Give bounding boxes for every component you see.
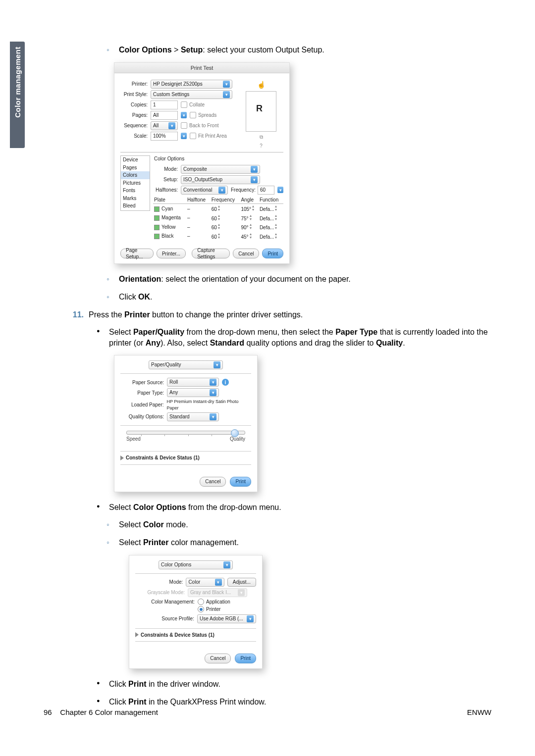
loaded-paper-value: HP Premium Instant-dry Satin Photo Paper xyxy=(167,399,251,410)
paper-type-select[interactable]: Any▾ xyxy=(167,388,219,397)
cancel-button[interactable]: Cancel xyxy=(200,477,226,487)
table-row[interactable]: Magenta–60▴▾75°▴▾Defa...▴▾ xyxy=(153,213,283,223)
stepper-icon[interactable]: ▾ xyxy=(181,112,187,118)
label: Frequency: xyxy=(231,187,255,194)
orientation-line: Orientation: select the orientation of y… xyxy=(107,274,490,285)
chevron-down-icon: ▾ xyxy=(223,561,230,568)
printer-select[interactable]: HP Designjet Z5200ps▾ xyxy=(151,80,232,89)
col-header: Halftone xyxy=(186,196,211,204)
label: Scale: xyxy=(120,133,148,140)
click-ok-line: Click OK. xyxy=(107,292,490,302)
page-footer: 96 Chapter 6 Color management ENWW xyxy=(44,708,491,716)
col-header: Plate xyxy=(153,196,186,204)
constraints-disclosure[interactable]: Constraints & Device Status (1) xyxy=(120,454,251,461)
step-11: 11. Press the Printer button to change t… xyxy=(67,309,490,320)
text: Setup xyxy=(181,46,203,54)
print-style-select[interactable]: Custom Settings▾ xyxy=(151,90,232,99)
preview-mode-icon[interactable]: ⧉ xyxy=(239,134,283,141)
preview-question-icon[interactable]: ? xyxy=(239,143,283,150)
page-setup-button[interactable]: Page Setup... xyxy=(120,249,154,258)
cancel-button[interactable]: Cancel xyxy=(205,654,231,663)
quality-slider[interactable] xyxy=(126,431,245,435)
click-print-driver-line: Click Print in the driver window. xyxy=(97,679,490,690)
label: Mode: xyxy=(153,166,178,173)
stepper-icon[interactable]: ▾ xyxy=(277,187,283,193)
spreads-checkbox[interactable]: Spreads xyxy=(190,112,216,119)
chevron-down-icon: ▾ xyxy=(210,389,216,396)
halftones-select[interactable]: Conventional▾ xyxy=(181,186,228,195)
panel-select[interactable]: Color Options▾ xyxy=(159,560,233,569)
cancel-button[interactable]: Cancel xyxy=(233,249,259,258)
chevron-down-icon: ▾ xyxy=(215,579,222,586)
setup-select[interactable]: ISO_OutputSetup▾ xyxy=(181,175,260,184)
fit-print-area-checkbox[interactable]: Fit Print Area xyxy=(190,133,227,140)
list-item[interactable]: Bleed xyxy=(121,202,150,210)
copies-input[interactable]: 1 xyxy=(151,101,178,109)
label: Halftones: xyxy=(153,187,178,194)
grayscale-mode-select: Gray and Black I...▾ xyxy=(188,588,247,597)
label: Sequence: xyxy=(120,122,148,129)
print-button[interactable]: Print xyxy=(230,477,251,487)
slider-knob[interactable] xyxy=(231,429,239,437)
cm-application-radio[interactable]: Application xyxy=(198,599,230,605)
info-icon[interactable]: i xyxy=(222,379,229,386)
page-number: 96 xyxy=(44,708,52,716)
chevron-down-icon: ▾ xyxy=(251,176,258,183)
list-item[interactable]: Marks xyxy=(121,195,150,202)
label: Source Profile: xyxy=(135,615,194,622)
panel-select[interactable]: Paper/Quality▾ xyxy=(149,360,223,369)
table-row[interactable]: Yellow–60▴▾90°▴▾Defa...▴▾ xyxy=(153,222,283,232)
frequency-input[interactable]: 60 xyxy=(258,186,274,195)
col-header: Angle xyxy=(240,196,258,204)
print-button[interactable]: Print xyxy=(262,249,283,258)
constraints-disclosure[interactable]: Constraints & Device Status (1) xyxy=(135,632,256,639)
page-content: Color Options > Setup: select your custo… xyxy=(67,45,490,714)
scale-input[interactable]: 100% xyxy=(151,132,178,141)
printer-button[interactable]: Printer... xyxy=(157,249,186,258)
dlg-paper-quality: Paper/Quality▾ Paper Source: Roll▾ i Pap… xyxy=(114,355,258,492)
label: Color Management: xyxy=(135,599,195,605)
table-row[interactable]: Black–60▴▾45°▴▾Defa...▴▾ xyxy=(153,232,283,241)
paper-source-select[interactable]: Roll▾ xyxy=(167,378,219,387)
adjust-button[interactable]: Adjust... xyxy=(227,578,256,587)
label: Printer: xyxy=(120,81,148,88)
select-color-mode-line: Select Color mode. xyxy=(107,519,490,530)
quality-select[interactable]: Standard▾ xyxy=(167,412,219,421)
back-to-front-checkbox[interactable]: Back to Front xyxy=(181,122,218,129)
chevron-down-icon: ▾ xyxy=(251,166,258,173)
click-print-quark-line: Click Print in the QuarkXPress Print win… xyxy=(97,697,490,707)
chevron-down-icon: ▾ xyxy=(210,413,216,420)
cm-printer-radio[interactable]: Printer xyxy=(198,606,230,613)
text: > xyxy=(172,46,181,54)
table-row[interactable]: Cyan–60▴▾105°▴▾Defa...▴▾ xyxy=(153,204,283,213)
triangle-right-icon xyxy=(135,632,139,637)
pages-input[interactable]: All xyxy=(151,111,178,120)
sequence-select[interactable]: All▾ xyxy=(151,121,178,130)
preview-glyph: R xyxy=(256,102,263,114)
print-button[interactable]: Print xyxy=(235,654,256,663)
footer-brand: ENWW xyxy=(467,708,491,716)
label: Loaded Paper: xyxy=(120,402,164,408)
section-label: Color Options xyxy=(153,155,283,163)
list-item[interactable]: Colors xyxy=(121,171,150,179)
list-item[interactable]: Fonts xyxy=(121,187,150,195)
step-number: 11. xyxy=(67,309,84,320)
list-item[interactable]: Device xyxy=(121,156,150,164)
capture-settings-button[interactable]: Capture Settings xyxy=(192,249,230,258)
list-item[interactable]: Layers xyxy=(121,210,150,211)
list-item[interactable]: Pages xyxy=(121,164,150,172)
chevron-down-icon: ▾ xyxy=(223,91,230,98)
color-mode-select[interactable]: Color▾ xyxy=(186,578,224,587)
label: Grayscale Mode: xyxy=(135,589,185,596)
text: : select your custom Output Setup. xyxy=(203,46,324,54)
mode-select[interactable]: Composite▾ xyxy=(181,165,260,174)
dlg1-title: Print Test xyxy=(114,63,289,73)
stepper-icon[interactable]: ▾ xyxy=(181,133,187,139)
dlg1-sidebar[interactable]: Device Pages Colors Pictures Fonts Marks… xyxy=(120,155,150,211)
triangle-right-icon xyxy=(120,455,124,460)
source-profile-select[interactable]: Use Adobe RGB (...▾ xyxy=(197,614,256,623)
dlg1-body: Printer: HP Designjet Z5200ps▾ Print Sty… xyxy=(114,73,289,246)
collate-checkbox[interactable]: Collate xyxy=(181,101,205,108)
dlg-color-options: Color Options▾ Mode: Color▾ Adjust... Gr… xyxy=(129,555,263,669)
list-item[interactable]: Pictures xyxy=(121,179,150,187)
